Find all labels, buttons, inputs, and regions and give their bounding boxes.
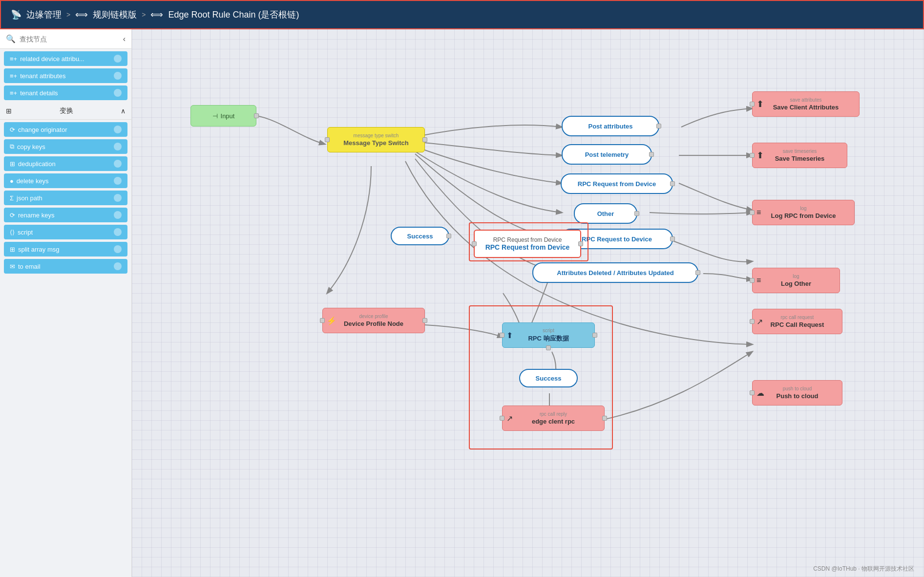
tenant-details-icon: ≡+ <box>10 89 17 97</box>
port-ptc-left[interactable] <box>750 390 755 395</box>
node-rpc-call-reply[interactable]: rpc call reply edge clent rpc ↗ <box>502 406 605 431</box>
section-transform[interactable]: ⊞ 变换 ∧ <box>0 103 131 120</box>
drag-handle[interactable] <box>114 211 122 219</box>
node-log-rpc-from-device[interactable]: log Log RPC from Device ≡ <box>752 200 855 225</box>
canvas[interactable]: ⊣ Input message type switch Message Type… <box>132 29 924 577</box>
sidebar-item-script[interactable]: ⟨⟩ script <box>4 225 127 239</box>
node-script-rpc[interactable]: script RPC 响应数据 ⬆ <box>502 322 595 348</box>
sidebar-item-change-originator[interactable]: ⟳ change originator <box>4 122 127 137</box>
node-success-2[interactable]: Success <box>519 369 578 387</box>
sidebar-item-label: tenant details <box>20 89 58 97</box>
node-other[interactable]: Other <box>574 203 637 224</box>
port-lo-left[interactable] <box>750 278 755 283</box>
sidebar: 🔍 ‹ ≡+ related device attribu... ≡+ tena… <box>0 29 132 577</box>
port-rpc-node-right[interactable] <box>578 241 583 246</box>
sidebar-item-delete-keys[interactable]: ● delete keys <box>4 173 127 188</box>
node-st-title: save timeseries <box>775 149 825 154</box>
port-mts-right[interactable] <box>422 137 427 142</box>
sidebar-item-rename-keys[interactable]: ⟳ rename keys <box>4 208 127 222</box>
node-rpc-request-from-device-node[interactable]: RPC Request from Device RPC Request from… <box>474 230 581 258</box>
port-s1-right[interactable] <box>446 234 451 238</box>
node-log-other[interactable]: log Log Other ≡ <box>752 268 840 293</box>
port-rfd-right[interactable] <box>670 181 675 186</box>
port-other-right[interactable] <box>634 211 639 216</box>
node-success-1[interactable]: Success <box>391 227 449 245</box>
input-icon: ⊣ <box>212 112 218 120</box>
port-input-right[interactable] <box>254 113 259 118</box>
port-srpc-right[interactable] <box>592 333 597 338</box>
transform-icon: ⊞ <box>6 107 12 115</box>
drag-handle[interactable] <box>114 55 122 63</box>
section-collapse-icon: ∧ <box>121 107 126 115</box>
node-attributes-deleted[interactable]: Attributes Deleted / Attributes Updated <box>532 262 698 283</box>
port-rcr-left[interactable] <box>500 416 504 421</box>
node-lrfd-title: log <box>771 206 836 211</box>
node-message-type-switch[interactable]: message type switch Message Type Switch <box>327 127 425 152</box>
sidebar-item-tenant-details[interactable]: ≡+ tenant details <box>4 85 127 100</box>
node-input[interactable]: ⊣ Input <box>190 105 256 127</box>
node-push-to-cloud[interactable]: push to cloud Push to cloud ☁ <box>752 380 842 406</box>
node-other-label: Other <box>597 210 614 217</box>
drag-handle[interactable] <box>114 194 122 202</box>
port-mts-left[interactable] <box>325 137 330 142</box>
drag-handle[interactable] <box>114 245 122 253</box>
sidebar-item-label: rename keys <box>18 212 54 219</box>
port-dp-left[interactable] <box>320 318 325 323</box>
split-array-icon: ⊞ <box>10 246 15 253</box>
port-srpc-bottom[interactable] <box>546 345 551 350</box>
drag-handle[interactable] <box>114 160 122 168</box>
breadcrumb-section-1[interactable]: 边缘管理 <box>26 9 62 21</box>
drag-handle[interactable] <box>114 143 122 150</box>
port-lrfd-left[interactable] <box>750 210 755 215</box>
sidebar-item-label: split array msg <box>18 246 60 253</box>
footer-watermark: CSDN @IoTHub · 物联网开源技术社区 <box>813 565 914 573</box>
node-save-timeseries[interactable]: save timeseries Save Timeseries ⬆ <box>752 143 847 168</box>
search-input[interactable] <box>20 35 119 43</box>
node-rcreq-title: rpc call request <box>771 315 824 320</box>
port-dp-right[interactable] <box>422 318 427 323</box>
node-rpc-call-request[interactable]: rpc call request RPC Call Request ↗ <box>752 309 842 334</box>
breadcrumb-section-2[interactable]: 规则链模版 <box>93 9 137 21</box>
sidebar-item-related-device-attrib[interactable]: ≡+ related device attribu... <box>4 51 127 66</box>
drag-handle[interactable] <box>114 72 122 80</box>
node-lo-label: Log Other <box>781 280 811 287</box>
node-post-attributes[interactable]: Post attributes <box>562 116 659 136</box>
port-pt-right[interactable] <box>649 152 654 157</box>
port-rcreq-left[interactable] <box>750 319 755 324</box>
script-icon: ⟨⟩ <box>10 229 15 236</box>
section-transform-label: 变换 <box>60 107 73 115</box>
sidebar-search-bar: 🔍 ‹ <box>0 29 131 49</box>
node-rcr-title: rpc call reply <box>532 411 575 417</box>
node-post-telemetry[interactable]: Post telemetry <box>562 144 652 165</box>
node-device-profile[interactable]: device profile Device Profile Node ⚡ <box>322 308 425 333</box>
sidebar-item-tenant-attributes[interactable]: ≡+ tenant attributes <box>4 68 127 83</box>
sidebar-item-deduplication[interactable]: ⊞ deduplication <box>4 156 127 171</box>
node-rpc-request-from-device-label[interactable]: RPC Request from Device <box>561 173 673 194</box>
breadcrumb-section-3[interactable]: Edge Root Rule Chain (是否根链) <box>168 9 299 21</box>
node-save-client-attributes[interactable]: save attributes Save Client Attributes ⬆ <box>752 91 860 117</box>
drag-handle[interactable] <box>114 89 122 97</box>
change-originator-icon: ⟳ <box>10 126 15 133</box>
collapse-button[interactable]: ‹ <box>123 35 126 43</box>
node-rcreq-label: RPC Call Request <box>771 321 824 328</box>
node-success-1-label: Success <box>407 233 433 240</box>
drag-handle[interactable] <box>114 177 122 185</box>
breadcrumb-icon-3: ⟺ <box>150 9 163 20</box>
sidebar-item-copy-keys[interactable]: ⧉ copy keys <box>4 139 127 154</box>
port-pa-right[interactable] <box>656 124 661 128</box>
port-rpc-node-left[interactable] <box>472 241 477 246</box>
sidebar-item-split-array-msg[interactable]: ⊞ split array msg <box>4 242 127 256</box>
drag-handle[interactable] <box>114 228 122 236</box>
port-srpc-left[interactable] <box>500 333 504 338</box>
sidebar-item-label: delete keys <box>17 177 49 185</box>
port-rtd-right[interactable] <box>670 236 675 241</box>
sidebar-item-label: to email <box>18 263 41 270</box>
sidebar-item-to-email[interactable]: ✉ to email <box>4 259 127 274</box>
sidebar-item-json-path[interactable]: Σ json path <box>4 191 127 205</box>
port-sca-left[interactable] <box>750 102 755 107</box>
drag-handle[interactable] <box>114 262 122 270</box>
port-st-left[interactable] <box>750 153 755 158</box>
port-rcr-right[interactable] <box>602 416 607 421</box>
port-ad-right[interactable] <box>695 270 700 275</box>
drag-handle[interactable] <box>114 126 122 133</box>
